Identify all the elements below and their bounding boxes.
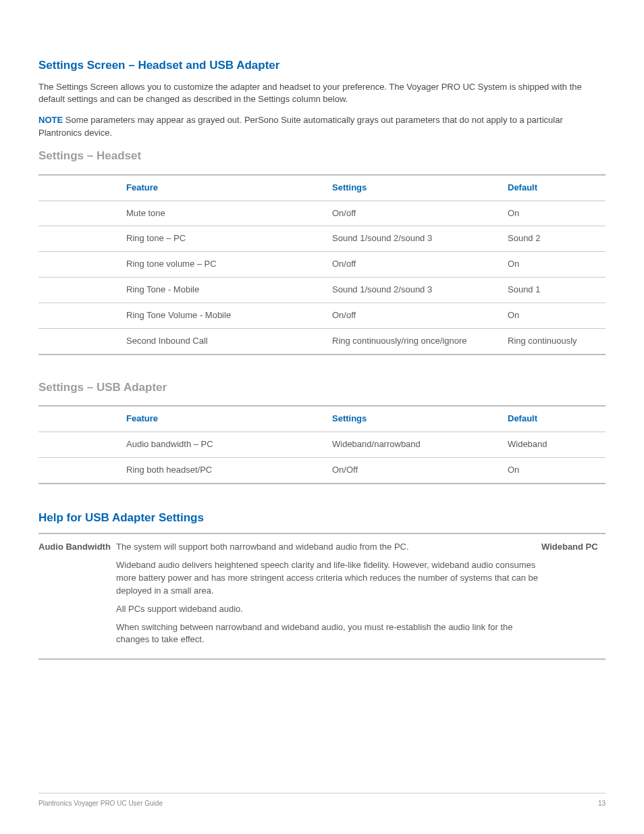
- header-feature: Feature: [126, 175, 332, 201]
- cell-settings: On/off: [332, 303, 508, 328]
- help-table: Audio Bandwidth The system will support …: [38, 533, 606, 660]
- note-text: Some parameters may appear as grayed out…: [38, 115, 563, 138]
- header-feature: Feature: [126, 406, 332, 432]
- table-row: Mute toneOn/offOn: [38, 201, 606, 226]
- cell-default: On: [508, 457, 606, 483]
- cell-feature: Ring tone volume – PC: [126, 252, 332, 278]
- table-header-row: Feature Settings Default: [38, 175, 606, 201]
- header-default: Default: [508, 406, 606, 432]
- cell-feature: Audio bandwidth – PC: [126, 432, 332, 458]
- help-paragraph: The system will support both narrowband …: [116, 541, 541, 554]
- help-body: The system will support both narrowband …: [116, 533, 541, 659]
- cell-default: On: [508, 252, 606, 278]
- help-right-label: Wideband PC: [541, 533, 606, 659]
- cell-feature: Ring Tone Volume - Mobile: [126, 303, 332, 328]
- intro-paragraph: The Settings Screen allows you to custom…: [38, 81, 606, 107]
- cell-feature: Ring Tone - Mobile: [126, 278, 332, 303]
- headset-settings-table: Feature Settings Default Mute toneOn/off…: [38, 174, 606, 355]
- cell-settings: Wideband/narrowband: [332, 432, 508, 458]
- table-row: Ring tone volume – PCOn/offOn: [38, 252, 606, 278]
- cell-settings: Sound 1/sound 2/sound 3: [332, 226, 508, 252]
- cell-settings: Sound 1/sound 2/sound 3: [332, 278, 508, 303]
- headset-subtitle: Settings – Headset: [38, 148, 606, 165]
- table-header-row: Feature Settings Default: [38, 406, 606, 432]
- header-settings: Settings: [332, 406, 508, 432]
- cell-default: Wideband: [508, 432, 606, 458]
- table-row: Audio bandwidth – PCWideband/narrowbandW…: [38, 432, 606, 458]
- usb-settings-table: Feature Settings Default Audio bandwidth…: [38, 405, 606, 484]
- settings-screen-title: Settings Screen – Headset and USB Adapte…: [38, 57, 606, 74]
- cell-default: On: [508, 303, 606, 328]
- cell-settings: On/off: [332, 201, 508, 226]
- help-section: Help for USB Adapter Settings Audio Band…: [38, 510, 606, 660]
- cell-feature: Mute tone: [126, 201, 332, 226]
- note-paragraph: NOTE Some parameters may appear as graye…: [38, 114, 606, 140]
- help-left-label: Audio Bandwidth: [38, 533, 116, 659]
- cell-settings: Ring continuously/ring once/ignore: [332, 328, 508, 354]
- footer-left: Plantronics Voyager PRO UC User Guide: [38, 799, 163, 809]
- cell-feature: Second Inbound Call: [126, 328, 332, 354]
- cell-default: Ring continuously: [508, 328, 606, 354]
- cell-default: On: [508, 201, 606, 226]
- help-paragraph: All PCs support wideband audio.: [116, 603, 541, 616]
- cell-feature: Ring both headset/PC: [126, 457, 332, 483]
- footer-page-number: 13: [598, 799, 606, 809]
- note-label: NOTE: [38, 115, 63, 125]
- table-row: Ring both headset/PCOn/OffOn: [38, 457, 606, 483]
- cell-settings: On/Off: [332, 457, 508, 483]
- header-settings: Settings: [332, 175, 508, 201]
- table-row: Ring Tone Volume - MobileOn/offOn: [38, 303, 606, 328]
- cell-default: Sound 2: [508, 226, 606, 252]
- table-row: Ring Tone - MobileSound 1/sound 2/sound …: [38, 278, 606, 303]
- table-row: Ring tone – PCSound 1/sound 2/sound 3Sou…: [38, 226, 606, 252]
- help-paragraph: Wideband audio delivers heightened speec…: [116, 559, 541, 598]
- usb-subtitle: Settings – USB Adapter: [38, 380, 606, 396]
- help-paragraph: When switching between narrowband and wi…: [116, 621, 541, 647]
- cell-default: Sound 1: [508, 278, 606, 303]
- header-default: Default: [508, 175, 606, 201]
- cell-settings: On/off: [332, 252, 508, 278]
- help-title: Help for USB Adapter Settings: [38, 510, 606, 527]
- page-footer: Plantronics Voyager PRO UC User Guide 13: [38, 793, 606, 809]
- table-row: Second Inbound CallRing continuously/rin…: [38, 328, 606, 354]
- cell-feature: Ring tone – PC: [126, 226, 332, 252]
